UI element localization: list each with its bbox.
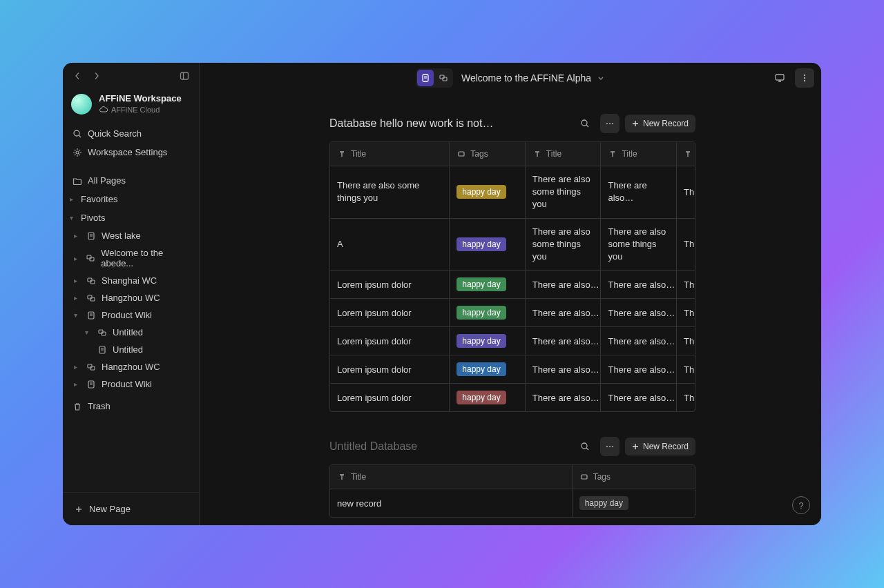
database-actions: New Record bbox=[575, 437, 695, 456]
database-menu-button[interactable] bbox=[600, 437, 619, 456]
database-menu-button[interactable] bbox=[600, 114, 619, 133]
cell[interactable]: Lorem ipsum dolor bbox=[330, 327, 450, 355]
database-search-button[interactable] bbox=[575, 114, 595, 133]
cell[interactable]: happy day bbox=[573, 489, 695, 517]
cell[interactable]: There are also some things you bbox=[330, 166, 450, 218]
workspace-switcher[interactable]: AFFiNE Workspace AFFiNE Cloud bbox=[63, 86, 199, 121]
favorites-section[interactable]: ▸ Favorites bbox=[67, 190, 195, 208]
nav-forward-button[interactable] bbox=[89, 68, 104, 84]
table-row[interactable]: Lorem ipsum dolorhappy dayThere are also… bbox=[330, 299, 695, 327]
page-title[interactable]: Welcome to the AFFiNE Alpha bbox=[461, 72, 605, 84]
page-icon bbox=[86, 380, 96, 389]
cell[interactable]: There are also some things you bbox=[526, 219, 602, 271]
cell[interactable]: Lorem ipsum dolor bbox=[330, 271, 450, 298]
column-header-label: Tags bbox=[593, 472, 611, 482]
sidebar-item[interactable]: ▸Hangzhou WC bbox=[71, 289, 195, 306]
cell[interactable]: Th bbox=[677, 327, 695, 355]
cell[interactable]: A bbox=[330, 219, 450, 271]
present-button[interactable] bbox=[770, 68, 789, 88]
column-header[interactable]: Title bbox=[330, 465, 573, 489]
cell[interactable]: Th bbox=[677, 384, 695, 411]
cell[interactable]: There are also… bbox=[526, 384, 602, 411]
cell[interactable]: There are also… bbox=[526, 327, 602, 355]
trash-icon bbox=[73, 402, 82, 411]
trash[interactable]: Trash bbox=[67, 397, 195, 415]
sidebar-item-label: Hangzhou WC bbox=[102, 293, 160, 303]
cell[interactable]: Lorem ipsum dolor bbox=[330, 299, 450, 326]
table-row[interactable]: Ahappy dayThere are also some things you… bbox=[330, 219, 695, 271]
table-row[interactable]: Lorem ipsum dolorhappy dayThere are also… bbox=[330, 355, 695, 384]
cell[interactable]: There are also… bbox=[601, 166, 677, 218]
cell[interactable]: There are also… bbox=[601, 327, 677, 355]
cell[interactable]: There are also… bbox=[601, 299, 677, 326]
table-row[interactable]: Lorem ipsum dolorhappy dayThere are also… bbox=[330, 271, 695, 299]
main: Welcome to the AFFiNE Alpha Database hel… bbox=[200, 63, 821, 525]
cell[interactable]: happy day bbox=[450, 219, 526, 271]
cell[interactable]: There are also… bbox=[601, 384, 677, 411]
sidebar-item[interactable]: ▸West lake bbox=[71, 227, 195, 244]
new-record-button[interactable]: New Record bbox=[625, 115, 695, 133]
database-table: TitleTagsnew recordhappy day bbox=[329, 464, 695, 518]
sidebar-toggle-button[interactable] bbox=[177, 68, 192, 84]
cell[interactable]: There are also some things you bbox=[601, 219, 677, 271]
all-pages[interactable]: All Pages bbox=[67, 171, 195, 190]
new-page-button[interactable]: New Page bbox=[68, 500, 193, 518]
help-button[interactable]: ? bbox=[792, 496, 810, 514]
cell[interactable]: Lorem ipsum dolor bbox=[330, 355, 450, 383]
cell[interactable]: Th bbox=[677, 299, 695, 326]
cell[interactable]: happy day bbox=[450, 384, 526, 411]
sidebar-item[interactable]: ▸Shanghai WC bbox=[71, 272, 195, 289]
quick-search-label: Quick Search bbox=[88, 128, 142, 139]
sidebar-item[interactable]: ▾Product Wiki bbox=[71, 306, 195, 324]
sidebar-item[interactable]: ▸Welcome to the abede... bbox=[71, 244, 195, 272]
content-area: Database hello new work is not… New Reco… bbox=[200, 93, 821, 525]
cell[interactable]: There are also… bbox=[601, 271, 677, 298]
nav-back-button[interactable] bbox=[70, 68, 85, 84]
cell[interactable]: Th bbox=[677, 271, 695, 298]
table-row[interactable]: There are also some things youhappy dayT… bbox=[330, 166, 695, 219]
table-row[interactable]: Lorem ipsum dolorhappy dayThere are also… bbox=[330, 384, 695, 411]
table-row[interactable]: new recordhappy day bbox=[330, 489, 695, 517]
cell[interactable]: happy day bbox=[450, 166, 526, 218]
cell[interactable]: new record bbox=[330, 489, 573, 517]
edgeless-mode-button[interactable] bbox=[435, 70, 452, 86]
database-search-button[interactable] bbox=[575, 437, 595, 456]
edgeless-icon bbox=[86, 362, 96, 372]
tag: happy day bbox=[457, 237, 506, 251]
cell[interactable]: happy day bbox=[450, 355, 526, 383]
cell[interactable]: Th bbox=[677, 166, 695, 218]
cell[interactable]: There are also… bbox=[601, 355, 677, 383]
cell[interactable]: Th bbox=[677, 219, 695, 271]
database-block-1: Database hello new work is not… New Reco… bbox=[329, 114, 695, 412]
more-menu-button[interactable] bbox=[795, 68, 814, 88]
workspace-settings[interactable]: Workspace Settings bbox=[67, 143, 195, 161]
pivots-section[interactable]: ▾ Pivots bbox=[67, 208, 195, 227]
column-header[interactable]: Tags bbox=[573, 465, 695, 489]
column-header[interactable]: Th bbox=[677, 142, 695, 166]
sidebar-item[interactable]: ▸Hangzhou WC bbox=[71, 358, 195, 375]
cell[interactable]: Th bbox=[677, 355, 695, 383]
cell[interactable]: happy day bbox=[450, 327, 526, 355]
column-header[interactable]: Title bbox=[601, 142, 677, 166]
sidebar-item[interactable]: Untitled bbox=[82, 341, 195, 358]
table-row[interactable]: Lorem ipsum dolorhappy dayThere are also… bbox=[330, 327, 695, 355]
cell[interactable]: There are also… bbox=[526, 355, 602, 383]
column-header[interactable]: Title bbox=[330, 142, 450, 166]
cell[interactable]: There are also… bbox=[526, 299, 602, 326]
database-title[interactable]: Untitled Database bbox=[329, 440, 575, 453]
page-mode-button[interactable] bbox=[417, 70, 434, 86]
cell[interactable]: Lorem ipsum dolor bbox=[330, 384, 450, 411]
search-icon bbox=[73, 129, 82, 139]
sidebar-item[interactable]: ▸Product Wiki bbox=[71, 375, 195, 393]
cell[interactable]: There are also some things you bbox=[526, 166, 602, 218]
quick-search[interactable]: Quick Search bbox=[67, 124, 195, 143]
sidebar-item[interactable]: ▾Untitled bbox=[82, 324, 195, 341]
column-header[interactable]: Tags bbox=[450, 142, 526, 166]
new-record-button[interactable]: New Record bbox=[625, 438, 695, 455]
cell[interactable]: happy day bbox=[450, 271, 526, 298]
database-title[interactable]: Database hello new work is not… bbox=[329, 117, 575, 130]
column-header[interactable]: Title bbox=[526, 142, 602, 166]
edgeless-icon bbox=[86, 276, 96, 286]
cell[interactable]: There are also… bbox=[526, 271, 602, 298]
cell[interactable]: happy day bbox=[450, 299, 526, 326]
